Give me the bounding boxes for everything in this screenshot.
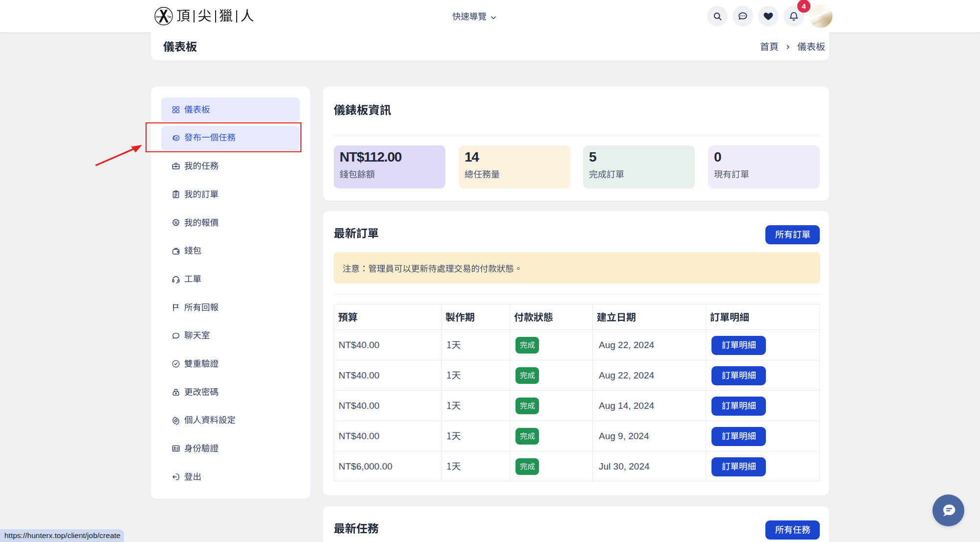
svg-text:Hunter: Hunter	[156, 16, 163, 18]
svg-text:Tap: Tap	[168, 16, 172, 18]
